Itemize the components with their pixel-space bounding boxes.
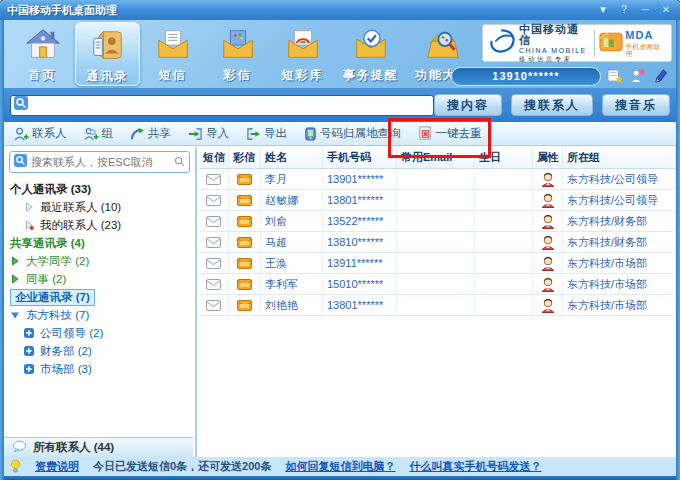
column-header-彩信[interactable]: 彩信 [229,147,261,168]
plus-box-icon[interactable] [24,328,36,338]
main-toolbar: 首页通讯录短信彩信短彩库事务提醒功能大全 中国移动通信 CHINA MOBILE… [4,20,676,88]
tree-node-市场部[interactable]: 市场部 (3) [10,360,189,378]
tree-node-最近联系人[interactable]: 最近联系人 (10) [10,198,189,216]
china-mobile-tagline: 移动信息专家 [519,56,590,62]
tree-label: 大学同学 (2) [26,254,89,269]
table-row[interactable]: 李月13901******东方科技/公司领导 [199,169,676,190]
real-number-help-link[interactable]: 什么叫真实手机号码发送？ [409,459,541,474]
tree-node-财务部[interactable]: 财务部 (2) [10,342,189,360]
column-header-手机号码[interactable]: 手机号码 [323,147,397,168]
action-item-号码归属地查询[interactable]: 号码归属地查询 [304,126,401,141]
window-border-bottom [0,476,680,480]
contact-phone: 13801****** [323,295,397,315]
action-item-导出[interactable]: 导出 [246,126,287,141]
expanded-arrow-blue-icon[interactable] [10,310,22,320]
table-row[interactable]: 马超13810******东方科技/财务部 [199,232,676,253]
tree-node-公司领导[interactable]: 公司领导 (2) [10,324,189,342]
contact-birthday [475,211,533,231]
table-row[interactable]: 刘艳艳13801******东方科技/市场部 [199,295,676,316]
column-header-所在组[interactable]: 所在组 [563,147,676,168]
send-mms-icon[interactable] [229,295,261,315]
send-sms-icon[interactable] [199,169,229,189]
table-row[interactable]: 赵敏娜13801******东方科技/公司领导 [199,190,676,211]
send-sms-icon[interactable] [199,232,229,252]
tree-node-大学同学[interactable]: 大学同学 (2) [10,252,189,270]
content-search-box[interactable] [10,95,434,116]
send-mms-icon[interactable] [229,274,261,294]
action-item-共享[interactable]: 共享 [130,126,171,141]
magnifier-icon [174,153,185,171]
pen-icon[interactable] [653,68,670,84]
tree-label: 市场部 (3) [40,362,92,377]
tree-section-个人通讯录[interactable]: 个人通讯录 (33) [10,180,189,198]
title-bar[interactable]: 中国移动手机桌面助理 ▼?─✕ [0,0,680,20]
column-header-短信[interactable]: 短信 [199,147,229,168]
contact-phone: 13801****** [323,190,397,210]
contact-sync-icon[interactable] [630,68,647,84]
action-item-联系人[interactable]: 联系人 [14,126,67,141]
app-window: 中国移动手机桌面助理 ▼?─✕ 首页通讯录短信彩信短彩库事务提醒功能大全 中国移… [0,0,680,480]
avatar-icon [533,190,563,210]
search-input[interactable] [32,98,430,112]
china-mobile-logo-icon [487,27,517,59]
tree-section-共享通讯录[interactable]: 共享通讯录 (4) [10,234,189,252]
table-row[interactable]: 王涣13911******东方科技/市场部 [199,253,676,274]
tab-短彩库[interactable]: 短彩库 [270,22,335,86]
reply-help-link[interactable]: 如何回复短信到电脑？ [285,459,395,474]
tab-通讯录[interactable]: 通讯录 [75,22,140,86]
collapsed-arrow-marked-icon[interactable] [24,220,36,230]
send-mms-icon[interactable] [229,211,261,231]
contact-phone: 15010****** [323,274,397,294]
action-item-一键去重[interactable]: 一键去重 [418,126,482,141]
send-mms-icon[interactable] [229,253,261,273]
share-icon [130,127,145,141]
tray-arrow-icon[interactable]: ▼ [596,3,610,17]
send-sms-icon[interactable] [199,211,229,231]
column-header-姓名[interactable]: 姓名 [261,147,323,168]
column-header-常用Email[interactable]: 常用Email [397,147,475,168]
send-sms-icon[interactable] [199,295,229,315]
send-mms-icon[interactable] [229,169,261,189]
phone-bar: 13910****** [451,66,670,86]
search-button-搜内容[interactable]: 搜内容 [434,94,502,116]
table-row[interactable]: 刘俞13522******东方科技/财务部 [199,211,676,232]
help-icon[interactable]: ? [617,3,631,17]
send-sms-icon[interactable] [199,274,229,294]
plus-box-icon[interactable] [24,364,36,374]
sim-card-icon[interactable] [607,68,624,84]
tree-node-同事[interactable]: 同事 (2) [10,270,189,288]
tab-事务提醒[interactable]: 事务提醒 [335,22,407,86]
collapsed-arrow-green-icon[interactable] [10,274,22,284]
table-row[interactable]: 李利军15010******东方科技/市场部 [199,274,676,295]
action-item-导入[interactable]: 导入 [188,126,229,141]
column-header-生日[interactable]: 生日 [475,147,533,168]
all-contacts-footer[interactable]: 所有联系人 (44) [4,437,193,457]
send-mms-icon[interactable] [229,232,261,252]
tree-node-我的联系人[interactable]: 我的联系人 (23) [10,216,189,234]
plus-box-icon[interactable] [24,346,36,356]
fee-info-link[interactable]: 资费说明 [35,459,79,474]
tab-短信[interactable]: 短信 [140,22,205,86]
sidebar-search-input[interactable] [31,156,174,168]
search-buttons: 搜内容搜联系人搜音乐 [434,94,670,116]
send-mms-icon[interactable] [229,190,261,210]
tree-node-东方科技[interactable]: 东方科技 (7) [10,306,189,324]
tab-首页[interactable]: 首页 [10,22,75,86]
search-button-搜联系人[interactable]: 搜联系人 [511,94,593,116]
logo-divider [594,29,595,57]
contact-group: 东方科技/财务部 [563,232,676,252]
collapsed-arrow-icon[interactable] [24,202,36,212]
contact-email [397,232,475,252]
close-icon[interactable]: ✕ [659,3,673,17]
collapsed-arrow-green-icon[interactable] [10,256,22,266]
minimize-icon[interactable]: ─ [638,3,652,17]
action-item-组[interactable]: 组 [84,126,114,141]
tab-彩信[interactable]: 彩信 [205,22,270,86]
column-header-属性[interactable]: 属性 [533,147,563,168]
send-sms-icon[interactable] [199,190,229,210]
search-button-搜音乐[interactable]: 搜音乐 [602,94,670,116]
tree-section-企业通讯录[interactable]: 企业通讯录 (7) [10,288,189,306]
phone-number-pill[interactable]: 13910****** [451,67,601,86]
sidebar-search-box[interactable] [9,151,190,173]
send-sms-icon[interactable] [199,253,229,273]
